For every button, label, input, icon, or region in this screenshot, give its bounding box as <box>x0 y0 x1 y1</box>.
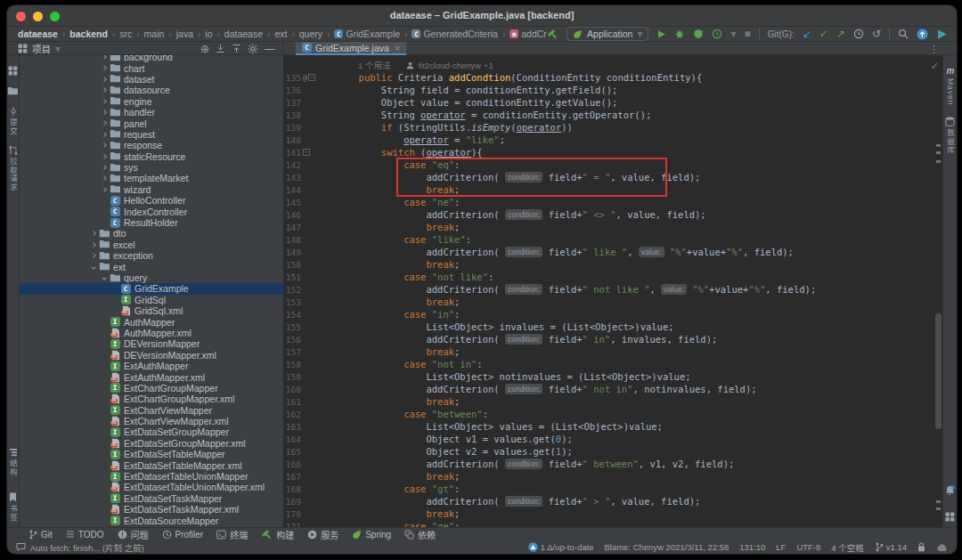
tool-strip-item[interactable]: mMaven <box>946 66 955 106</box>
tree-item-GridSql[interactable]: IGridSql <box>20 295 283 305</box>
tree-item-ExtDatasetTableUnionMapper.xml[interactable]: XMLExtDatasetTableUnionMapper.xml <box>20 482 283 492</box>
tree-item-GridSql.xml[interactable]: XMLGridSql.xml <box>20 305 283 316</box>
tree-item-ext[interactable]: ext <box>20 261 283 272</box>
tool-strip-item[interactable]: 结构 <box>8 448 19 476</box>
line-number[interactable]: 140 <box>283 135 301 145</box>
tree-item-staticResource[interactable]: staticResource <box>20 151 283 162</box>
expand-all-icon[interactable] <box>216 44 225 53</box>
breadcrumb-item[interactable]: dataease <box>223 28 265 39</box>
code-line-151[interactable]: 151 case "not like": <box>283 271 942 283</box>
tree-item-ExtDataSetTableMapper[interactable]: IExtDataSetTableMapper <box>20 449 283 459</box>
build-hammer-icon[interactable] <box>547 28 558 40</box>
code-line-140[interactable]: 140 operator = "like"; <box>283 134 942 146</box>
code-line-150[interactable]: 150 break; <box>283 258 942 271</box>
line-number[interactable]: 152 <box>283 285 301 295</box>
tree-item-query[interactable]: query <box>20 272 283 283</box>
hide-panel-icon[interactable]: — <box>265 44 275 54</box>
tree-expand-icon[interactable] <box>100 166 109 169</box>
line-number[interactable]: 147 <box>283 223 301 232</box>
line-number[interactable]: 164 <box>283 434 301 444</box>
code-line-157[interactable]: 157 break; <box>283 345 942 358</box>
breadcrumb-item[interactable]: CGeneratedCriteria <box>410 28 499 39</box>
code-line-159[interactable]: 159 List<Object> notinvalues = (List<Obj… <box>283 370 942 383</box>
status-widget-UTF-8[interactable]: UTF-8 <box>796 542 820 552</box>
tree-expand-icon[interactable] <box>100 188 109 191</box>
project-panel-title[interactable]: 项目 <box>32 42 51 55</box>
tree-item-excel[interactable]: excel <box>20 239 283 250</box>
coverage-button[interactable] <box>693 28 704 39</box>
code-line-138[interactable]: 138 String operator = conditionEntity.ge… <box>283 109 942 121</box>
tree-item-HelloController[interactable]: CHelloController <box>20 195 283 206</box>
chevron-down-icon[interactable]: ▾ <box>730 28 736 39</box>
line-number[interactable]: 158 <box>283 360 301 369</box>
git-push-icon[interactable]: ↗ <box>836 28 845 39</box>
usage-hint[interactable]: 1 个用法 <box>358 59 390 71</box>
collapse-all-icon[interactable] <box>232 44 241 53</box>
line-number[interactable]: 137 <box>283 98 301 108</box>
tree-item-request[interactable]: request <box>20 129 283 140</box>
chevron-down-icon[interactable]: ▾ <box>55 44 61 54</box>
code-line-164[interactable]: 164 Object v1 = values.get(0); <box>283 433 942 445</box>
tool-strip-item[interactable] <box>7 86 19 96</box>
tree-item-background[interactable]: background <box>20 55 283 62</box>
toolwindow-button-Git[interactable]: Git <box>29 530 53 540</box>
status-message[interactable]: Auto fetch: finish... (片刻 之前) <box>30 541 144 554</box>
line-number[interactable]: 169 <box>283 497 301 507</box>
code-line-147[interactable]: 147 break; <box>283 221 942 233</box>
search-everywhere-icon[interactable] <box>898 28 909 39</box>
toolwindow-button-问题[interactable]: 问题 <box>118 528 149 541</box>
code-line-145[interactable]: 145 case "ne": <box>283 196 942 208</box>
status-widget-LF[interactable]: LF <box>776 542 786 552</box>
tool-strip-item[interactable] <box>945 512 955 522</box>
tree-expand-icon[interactable] <box>89 254 98 257</box>
line-number[interactable]: 161 <box>283 397 301 407</box>
code-line-162[interactable]: 162 case "between": <box>283 408 942 420</box>
line-number[interactable]: 166 <box>283 459 301 469</box>
tree-expand-icon[interactable] <box>89 265 98 269</box>
code-line-143[interactable]: 143 addCriterion( condition: field+" = "… <box>283 171 942 183</box>
git-commit-check-icon[interactable]: ✓ <box>819 28 828 39</box>
toolwindow-button-TODO[interactable]: TODO <box>66 530 104 540</box>
tree-expand-icon[interactable] <box>100 133 109 136</box>
tree-item-AuthMapper.xml[interactable]: XMLAuthMapper.xml <box>20 328 283 338</box>
tree-expand-icon[interactable] <box>89 243 98 247</box>
breadcrumb-item[interactable]: CGridExample <box>332 28 402 39</box>
code-line-167[interactable]: 167 break; <box>283 470 942 483</box>
tree-expand-icon[interactable] <box>89 231 98 235</box>
tree-item-datasource[interactable]: datasource <box>20 85 283 95</box>
tree-item-ExtDataSetGroupMapper.xml[interactable]: XMLExtDataSetGroupMapper.xml <box>20 438 283 449</box>
breadcrumb-item[interactable]: ext <box>273 28 289 39</box>
tree-item-templateMarket[interactable]: templateMarket <box>20 173 283 183</box>
tree-item-dto[interactable]: dto <box>20 228 283 239</box>
tree-expand-icon[interactable] <box>100 77 109 81</box>
tool-strip-item[interactable]: 提交 <box>8 107 19 135</box>
line-number[interactable]: 151 <box>283 272 301 282</box>
tree-expand-icon[interactable] <box>100 155 109 158</box>
author-hint[interactable]: fit2cloud-chenyw +1 <box>418 61 493 70</box>
status-widget-Blame:[interactable]: Blame: Chenyw 2021/3/11, 22:58 <box>604 542 729 552</box>
code-line-155[interactable]: 155 List<Object> invalues = (List<Object… <box>283 321 942 333</box>
run-button[interactable] <box>656 29 666 39</box>
tree-item-exception[interactable]: exception <box>20 250 283 261</box>
line-number[interactable]: 153 <box>283 297 301 307</box>
fold-icon[interactable]: − <box>303 149 310 156</box>
toolwindow-button-服务[interactable]: 服务 <box>307 528 338 541</box>
toolwindow-button-终端[interactable]: 终端 <box>216 528 248 541</box>
tree-item-dataset[interactable]: dataset <box>20 74 283 85</box>
code-editor[interactable]: 1 个用法 fit2cloud-chenyw +1 135@− public C… <box>283 55 942 527</box>
tree-item-sys[interactable]: sys <box>20 162 283 173</box>
tree-item-panel[interactable]: panel <box>20 118 283 128</box>
line-number[interactable]: 167 <box>283 472 301 482</box>
line-number[interactable]: 154 <box>283 310 301 320</box>
tree-item-ResultHolder[interactable]: CResultHolder <box>20 217 283 228</box>
editor-scrollbar[interactable] <box>935 313 942 429</box>
tree-item-chart[interactable]: chart <box>20 62 283 73</box>
tree-item-ExtDataSetTableMapper.xml[interactable]: XMLExtDataSetTableMapper.xml <box>20 459 283 470</box>
status-widget-4[interactable]: 4 个空格 <box>831 541 863 554</box>
line-number[interactable]: 142 <box>283 160 301 170</box>
tool-strip-item[interactable]: 书签 <box>8 492 19 522</box>
tree-item-ExtChartGroupMapper[interactable]: IExtChartGroupMapper <box>20 383 283 394</box>
code-line-139[interactable]: 139 if (StringUtils.isEmpty(operator)) <box>283 121 942 134</box>
status-widget[interactable] <box>936 543 948 552</box>
line-number[interactable]: 156 <box>283 335 301 345</box>
